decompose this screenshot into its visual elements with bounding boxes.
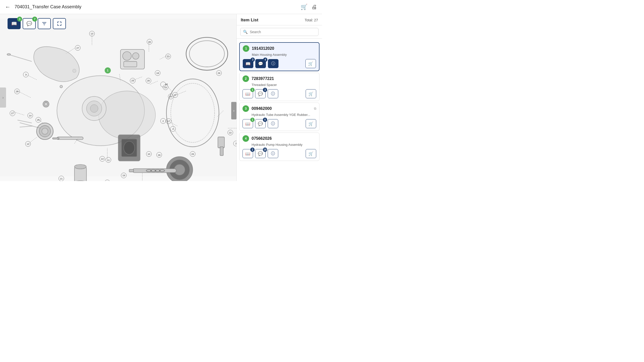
svg-point-105 (133, 53, 139, 59)
item-actions: 📖 1 💬 3 ⓘ 🛒 (243, 89, 316, 98)
copy-icon: ⧉ (314, 107, 316, 111)
svg-rect-102 (53, 138, 59, 139)
print-button[interactable]: 🖨 (311, 4, 317, 10)
item-part-number: 7283977221 (252, 76, 274, 81)
item-list-total: Total: 27 (305, 18, 318, 22)
book-toolbar-button[interactable]: 📖 3 (8, 18, 21, 29)
item-name: Hydraulic Tube Assembly YGE Rubber... (243, 113, 316, 117)
svg-text:27: 27 (11, 112, 14, 115)
svg-point-115 (60, 85, 62, 88)
item-cart-button[interactable]: 🛒 (306, 119, 316, 128)
item-part-number: 009462000 (252, 106, 272, 111)
diagram-panel: › 📖 3 💬 7 (0, 14, 236, 181)
item-card-top: 3 009462000 ⧉ (243, 105, 316, 112)
svg-point-122 (74, 164, 86, 169)
item-comment-button[interactable]: 💬 16 (255, 149, 266, 158)
item-part-number: 075662026 (252, 136, 272, 141)
svg-text:23: 23 (167, 55, 170, 58)
svg-text:26: 26 (158, 154, 160, 156)
comment-badge: 7 (32, 17, 37, 22)
item-comment-button[interactable]: 💬 0 (255, 119, 266, 128)
svg-text:28: 28 (16, 90, 19, 93)
item-index-badge: 2 (243, 75, 249, 82)
svg-point-104 (123, 52, 131, 60)
svg-rect-134 (220, 147, 223, 156)
comment-toolbar-button[interactable]: 💬 7 (23, 18, 36, 29)
svg-rect-106 (124, 61, 137, 67)
svg-point-97 (99, 91, 155, 139)
parts-diagram: 13 27 3 28 27 14 25 (0, 14, 236, 181)
comment-badge: 0 (263, 118, 267, 122)
chevron-left-icon: › (3, 96, 4, 100)
book-badge: 1 (250, 118, 255, 122)
svg-text:26: 26 (191, 153, 194, 155)
svg-text:14: 14 (101, 157, 104, 160)
svg-rect-133 (218, 137, 224, 148)
svg-text:›: › (233, 109, 234, 113)
item-comment-button[interactable]: 💬 4 (255, 59, 266, 68)
svg-text:25: 25 (37, 118, 40, 121)
item-cart-button[interactable]: 🛒 (306, 89, 316, 98)
item-card-top: 2 7283977221 (243, 75, 316, 82)
item-cart-button[interactable]: 🛒 (306, 149, 316, 158)
svg-rect-127 (133, 169, 176, 173)
item-info-button[interactable]: ⓘ (268, 89, 278, 98)
item-info-button[interactable]: ⓘ (268, 119, 278, 128)
book-badge: 3 (17, 17, 22, 22)
prev-arrow[interactable]: › (0, 87, 6, 108)
item-index-badge: 4 (243, 135, 249, 142)
svg-text:18: 18 (156, 72, 159, 74)
expand-icon (57, 21, 62, 26)
item-comment-button[interactable]: 💬 3 (255, 89, 266, 98)
svg-text:22: 22 (229, 131, 232, 134)
item-book-button[interactable]: 📖 2 (243, 149, 253, 158)
svg-text:11: 11 (107, 159, 110, 161)
item-info-button[interactable]: ⓘ (268, 59, 278, 68)
back-button[interactable]: ← (5, 4, 11, 10)
item-book-button[interactable]: 📖 3 (243, 59, 253, 68)
item-actions: 📖 2 💬 16 ⓘ 🛒 (243, 149, 316, 158)
item-cart-button[interactable]: 🛒 (305, 59, 316, 68)
svg-point-46 (105, 180, 110, 181)
svg-text:29: 29 (218, 72, 220, 74)
item-name: Threaded Spacer (243, 83, 316, 87)
svg-text:26: 26 (148, 40, 151, 43)
svg-text:19: 19 (122, 174, 125, 177)
book-badge: 3 (251, 58, 255, 62)
item-card: 4 075662026 Hydraulic Pump Housing Assem… (239, 132, 319, 161)
comment-badge: 16 (263, 148, 267, 152)
item-book-button[interactable]: 📖 1 (243, 89, 253, 98)
main-layout: › 📖 3 💬 7 (0, 14, 322, 181)
item-book-button[interactable]: 📖 1 (243, 119, 253, 128)
cart-button[interactable]: 🛒 (301, 4, 307, 10)
svg-text:17: 17 (167, 120, 170, 123)
svg-rect-128 (129, 169, 134, 172)
filter-toolbar-button[interactable] (38, 18, 51, 29)
svg-point-117 (44, 102, 48, 106)
svg-text:1: 1 (107, 69, 108, 72)
book-badge: 2 (250, 148, 255, 152)
header: ← 704031_Transfer Case Assembly 🛒 🖨 (0, 0, 322, 14)
item-card: 2 7283977221 Threaded Spacer 📖 1 💬 3 ⓘ 🛒 (239, 73, 319, 101)
svg-text:25: 25 (131, 79, 134, 82)
filter-icon (42, 21, 47, 26)
header-actions: 🛒 🖨 (301, 4, 317, 10)
item-info-button[interactable]: ⓘ (268, 149, 278, 158)
page-title: 704031_Transfer Case Assembly (15, 4, 301, 10)
search-input[interactable] (250, 30, 316, 34)
svg-text:14: 14 (29, 114, 32, 117)
svg-text:16: 16 (165, 83, 168, 85)
svg-text:4: 4 (172, 127, 174, 130)
item-index-badge: 1 (243, 45, 249, 52)
item-part-number: 1914312020 (252, 46, 274, 51)
expand-toolbar-button[interactable] (53, 18, 66, 29)
item-card-top: 4 075662026 (243, 135, 316, 142)
svg-point-120 (42, 128, 48, 134)
comment-badge: 3 (263, 88, 267, 92)
svg-text:3: 3 (25, 73, 26, 76)
item-panel-header: Item List Total: 27 (237, 14, 322, 25)
svg-point-136 (7, 54, 11, 55)
svg-text:10: 10 (148, 153, 150, 155)
book-badge: 1 (250, 88, 255, 92)
search-container: 🔍 (237, 25, 322, 39)
